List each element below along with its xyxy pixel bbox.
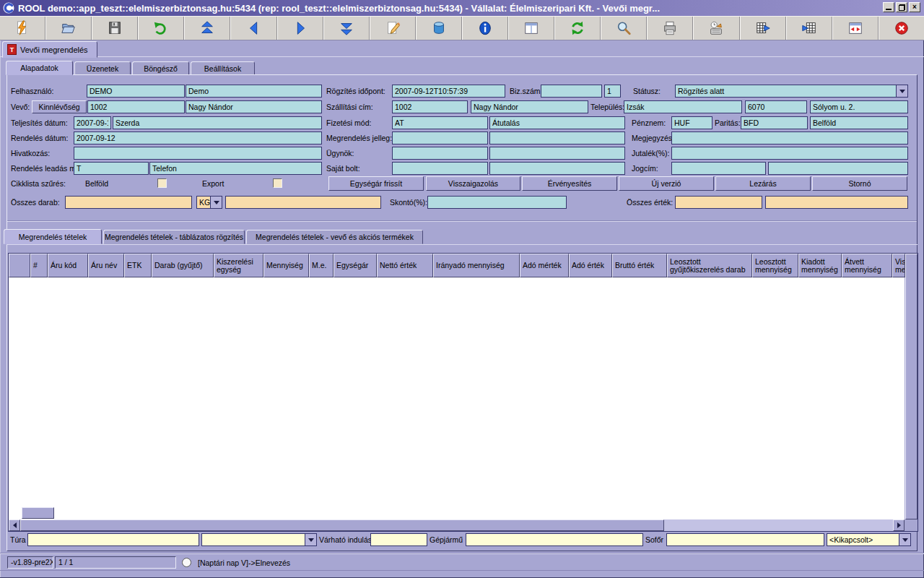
bizszam-seq-field[interactable] — [604, 85, 621, 98]
jogcim-name-field[interactable] — [768, 162, 908, 175]
bizszam-field[interactable] — [541, 85, 602, 98]
toolbar-edit-button[interactable] — [370, 17, 416, 40]
toolbar-execute-button[interactable] — [0, 17, 45, 40]
jelleg-code-field[interactable] — [392, 131, 488, 144]
tab-vevoi-megrendeles[interactable]: T Vevői megrendelés — [2, 41, 97, 58]
felhasznalo-name-field[interactable] — [186, 85, 322, 98]
toolbar-fit-window-button[interactable] — [832, 17, 879, 40]
tab-vevo-akcios-termekek[interactable]: Megrendelés tételek - vevő és akciós ter… — [246, 230, 423, 244]
status-indicator[interactable] — [182, 558, 191, 567]
jogcim-code-field[interactable] — [671, 162, 766, 175]
unit-combo[interactable]: KG — [196, 196, 222, 209]
vevo-code-field[interactable] — [87, 100, 185, 113]
ugynok-name-field[interactable] — [489, 147, 625, 160]
tab-bongeszo[interactable]: Böngésző — [132, 61, 189, 75]
tura-combo[interactable] — [201, 533, 317, 546]
column-header[interactable]: # — [30, 254, 48, 277]
fizetesi-code-field[interactable] — [392, 116, 488, 129]
tab-megrendeles-tetelek[interactable]: Megrendelés tételek — [4, 229, 102, 244]
tab-uzenetek[interactable]: Üzenetek — [74, 61, 131, 75]
horizontal-scrollbar[interactable] — [9, 519, 905, 531]
toolbar-database-button[interactable] — [416, 17, 462, 40]
toolbar-grid-export-button[interactable] — [740, 17, 786, 40]
toolbar-next-record-button[interactable] — [277, 17, 323, 40]
column-header[interactable]: Áru kód — [48, 254, 88, 277]
column-header[interactable]: Kiadott mennyiség — [798, 254, 842, 277]
scroll-right-button[interactable] — [893, 519, 905, 531]
rogzites-idopont-field[interactable] — [392, 85, 505, 98]
gepjarmu-field[interactable] — [466, 533, 643, 546]
megjegyzes-field[interactable] — [671, 131, 908, 144]
osszes-darab-field[interactable] — [65, 196, 192, 209]
scroll-left-button[interactable] — [9, 519, 20, 531]
teljesites-day-field[interactable] — [113, 116, 322, 129]
toolbar-open-button[interactable] — [45, 17, 92, 40]
varhato-indulas-field[interactable] — [370, 533, 427, 546]
szallitasi-name-field[interactable] — [471, 100, 588, 113]
tura-dropdown-button[interactable] — [305, 534, 316, 545]
kikapcsolt-combo[interactable]: <Kikapcsolt> — [827, 533, 911, 546]
fizetesi-name-field[interactable] — [489, 116, 625, 129]
toolbar-info-button[interactable] — [462, 17, 508, 40]
telepules-city-field[interactable] — [624, 100, 742, 113]
leadas-code-field[interactable] — [74, 162, 149, 175]
paritas-code-field[interactable] — [741, 116, 808, 129]
statusz-combo[interactable]: Rögzítés alatt — [675, 85, 908, 98]
horizontal-scrollbar-thumb[interactable] — [20, 519, 664, 531]
column-header[interactable]: Átvett mennyiség — [842, 254, 892, 277]
column-header[interactable]: Nettó érték — [377, 254, 433, 277]
toolbar-split-view-button[interactable] — [508, 17, 554, 40]
teljesites-date-field[interactable] — [74, 116, 111, 129]
jutalek-field[interactable] — [671, 147, 908, 160]
toolbar-save-button[interactable] — [92, 17, 138, 40]
minimize-button[interactable] — [883, 2, 894, 12]
column-header[interactable]: M.e. — [309, 254, 334, 277]
toolbar-grid-import-button[interactable] — [786, 17, 832, 40]
hivatkozas-field[interactable] — [74, 147, 322, 160]
ervenyesites-button[interactable]: Érvényesítés — [522, 176, 617, 191]
export-checkbox[interactable] — [273, 178, 282, 188]
telepules-street-field[interactable] — [810, 100, 908, 113]
statusz-dropdown-button[interactable] — [896, 85, 907, 97]
paritas-name-field[interactable] — [810, 116, 908, 129]
toolbar-last-record-button[interactable] — [323, 17, 370, 40]
leadas-name-field[interactable] — [149, 162, 322, 175]
toolbar-previous-record-button[interactable] — [230, 17, 276, 40]
column-header[interactable]: Visszáru mennyiség — [892, 254, 905, 277]
column-header[interactable]: Darab (gyűjtő) — [152, 254, 214, 277]
visszaigazolas-button[interactable]: Visszaigazolás — [426, 176, 520, 191]
egysegar-frissit-button[interactable]: Egységár frissít — [328, 176, 424, 191]
column-header[interactable]: Adó érték — [569, 254, 612, 277]
toolbar-undo-button[interactable] — [138, 17, 184, 40]
column-header[interactable]: Mennyiség — [263, 254, 309, 277]
jelleg-name-field[interactable] — [489, 131, 625, 144]
ugynok-code-field[interactable] — [392, 147, 488, 160]
sajatbolt-code-field[interactable] — [392, 162, 488, 175]
column-header[interactable]: Áru név — [88, 254, 124, 277]
kikapcsolt-dropdown-button[interactable] — [899, 534, 910, 545]
tab-tablazatos-rogzites[interactable]: Megrendelés tételek - táblázatos rögzíté… — [103, 230, 245, 244]
storno-button[interactable]: Stornó — [812, 176, 907, 191]
rendeles-datum-field[interactable] — [74, 131, 322, 144]
unit-dropdown-button[interactable] — [210, 197, 222, 208]
column-header[interactable]: Bruttó érték — [612, 254, 667, 277]
osszes-ertek2-field[interactable] — [765, 196, 908, 209]
close-button[interactable]: × — [909, 2, 920, 12]
column-header[interactable]: Irányadó mennyiség — [433, 254, 520, 277]
felhasznalo-code-field[interactable] — [87, 85, 185, 98]
vevo-name-field[interactable] — [186, 100, 322, 113]
osszes-darab2-field[interactable] — [225, 196, 381, 209]
toolbar-refresh-button[interactable] — [554, 17, 601, 40]
skonto-field[interactable] — [427, 196, 567, 209]
toolbar-search-button[interactable] — [601, 17, 647, 40]
restore-button[interactable] — [896, 2, 907, 12]
penznem-field[interactable] — [671, 116, 712, 129]
szallitasi-code-field[interactable] — [392, 100, 468, 113]
vertical-scrollbar[interactable] — [905, 254, 918, 519]
column-header[interactable]: Kiszerelési egység — [214, 254, 263, 277]
toolbar-print-button[interactable] — [647, 17, 693, 40]
sajatbolt-name-field[interactable] — [489, 162, 625, 175]
uj-verzio-button[interactable]: Új verzió — [619, 176, 714, 191]
column-header[interactable]: Leosztott gyűjtőkiszerelés darab — [667, 254, 752, 277]
telepules-zip-field[interactable] — [745, 100, 807, 113]
